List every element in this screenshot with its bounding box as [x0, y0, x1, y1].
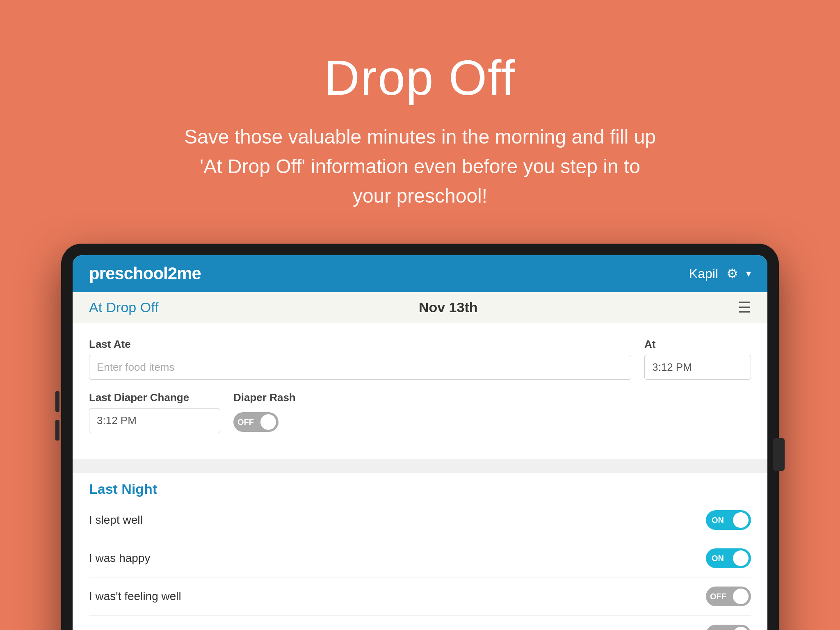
toggle-circle — [733, 627, 749, 630]
form-row-last-ate: Last Ate At — [89, 338, 751, 380]
last-diaper-input[interactable] — [89, 408, 220, 433]
was-happy-label: I was happy — [89, 552, 150, 565]
was-restless-toggle[interactable]: OFF — [706, 625, 751, 630]
app-header: preschool2me Kapil ⚙ ▾ — [73, 255, 767, 292]
page-title: Drop Off — [324, 49, 516, 106]
home-button[interactable] — [773, 438, 785, 471]
slept-well-toggle[interactable]: ON — [706, 510, 751, 530]
at-label: At — [644, 338, 751, 351]
toggle-row-slept-well: I slept well ON — [89, 501, 751, 539]
sub-header-title: At Drop Off — [89, 299, 158, 315]
tablet-outer: preschool2me Kapil ⚙ ▾ At Drop Off Nov 1… — [61, 244, 779, 630]
tablet-screen: preschool2me Kapil ⚙ ▾ At Drop Off Nov 1… — [73, 255, 767, 630]
dropdown-arrow-icon[interactable]: ▾ — [746, 268, 751, 279]
at-group: At — [644, 338, 751, 380]
not-feeling-well-label: I was't feeling well — [89, 590, 181, 603]
app-header-right: Kapil ⚙ ▾ — [689, 266, 751, 281]
hamburger-menu-icon[interactable]: ☰ — [738, 299, 751, 316]
toggle-circle — [733, 512, 749, 528]
gear-icon[interactable]: ⚙ — [725, 266, 740, 281]
was-happy-toggle-text: ON — [710, 554, 724, 563]
toggle-circle — [733, 550, 749, 566]
hero-section: Drop Off Save those valuable minutes in … — [0, 0, 840, 235]
at-time-input[interactable] — [644, 355, 751, 380]
vol-up-button — [55, 391, 59, 412]
was-happy-toggle[interactable]: ON — [706, 548, 751, 568]
sub-header-date: Nov 13th — [419, 299, 478, 315]
diaper-rash-toggle[interactable]: OFF — [233, 412, 278, 432]
last-ate-group: Last Ate — [89, 338, 631, 380]
last-ate-label: Last Ate — [89, 338, 631, 351]
diaper-rash-label: Diaper Rash — [233, 391, 324, 404]
toggle-section: I slept well ON I was happy ON I was't f… — [73, 501, 767, 630]
sub-header: At Drop Off Nov 13th ☰ — [73, 292, 767, 323]
toggle-row-was-happy: I was happy ON — [89, 539, 751, 578]
toggle-circle — [260, 414, 276, 430]
last-diaper-group: Last Diaper Change — [89, 391, 220, 433]
home-button-area — [773, 438, 785, 471]
slept-well-toggle-text: ON — [710, 516, 724, 525]
toggle-circle — [733, 589, 749, 604]
tablet-device: preschool2me Kapil ⚙ ▾ At Drop Off Nov 1… — [61, 244, 779, 630]
vol-down-button — [55, 420, 59, 441]
form-row-diaper: Last Diaper Change Diaper Rash OFF — [89, 391, 751, 433]
toggle-row-was-restless: I was restless OFF — [89, 616, 751, 630]
content-area: Last Ate At Last Diaper Change — [73, 323, 767, 459]
was-restless-label: I was restless — [89, 628, 159, 630]
hero-subtitle: Save those valuable minutes in the morni… — [184, 122, 656, 211]
volume-buttons — [55, 391, 59, 441]
not-feeling-well-toggle-text: OFF — [710, 592, 726, 601]
diaper-rash-toggle-text: OFF — [237, 418, 254, 427]
toggle-row-not-feeling-well: I was't feeling well OFF — [89, 578, 751, 616]
app-logo: preschool2me — [89, 264, 201, 283]
username-label: Kapil — [689, 266, 718, 281]
slept-well-label: I slept well — [89, 514, 143, 527]
not-feeling-well-toggle[interactable]: OFF — [706, 587, 751, 606]
last-ate-input[interactable] — [89, 355, 631, 380]
last-diaper-label: Last Diaper Change — [89, 391, 220, 404]
last-night-section-title: Last Night — [73, 473, 767, 501]
diaper-rash-group: Diaper Rash OFF — [233, 391, 324, 432]
section-divider — [73, 466, 767, 466]
